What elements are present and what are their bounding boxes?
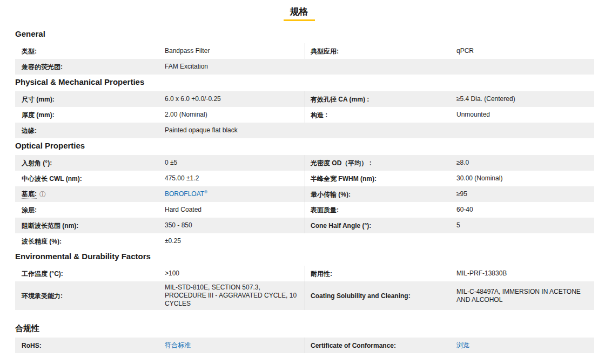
section-physical-mechanical: Physical & Mechanical Properties 尺寸 (mm)… <box>15 77 594 138</box>
spec-label: 边缘: <box>22 127 165 134</box>
section-heading: Optical Properties <box>15 141 594 150</box>
spec-value: 6.0 x 6.0 +0.0/-0.25 <box>165 95 221 103</box>
spec-table: 类型: Bandpass Filter 典型应用: qPCR 兼容的荧光团: F… <box>15 43 594 75</box>
spec-value: 60-40 <box>456 206 473 214</box>
spec-cell: 类型: Bandpass Filter <box>15 43 305 59</box>
spec-table: 尺寸 (mm): 6.0 x 6.0 +0.0/-0.25 有效孔径 CA (m… <box>15 91 594 138</box>
spec-value: ≥5.4 Dia. (Centered) <box>456 95 515 103</box>
spec-value: ≥8.0 <box>456 159 469 167</box>
spec-label: 最小传输 (%): <box>311 191 456 198</box>
registered-trademark-symbol: ® <box>204 190 207 194</box>
spec-label: 耐用性: <box>311 270 456 278</box>
spec-label: 尺寸 (mm): <box>22 96 165 103</box>
section-heading: 合规性 <box>15 323 594 333</box>
info-icon[interactable]: ⓘ <box>39 191 46 198</box>
spec-label: 有效孔径 CA (mm) : <box>311 96 456 103</box>
spec-cell: Coating Solubility and Cleaning: MIL-C-4… <box>305 281 594 310</box>
table-row: 兼容的荧光团: FAM Excitation <box>15 59 594 75</box>
spec-cell: Cone Half Angle (°): 5 <box>305 218 594 233</box>
spec-cell: 最小传输 (%): ≥95 <box>305 186 594 202</box>
spec-cell: 耐用性: MIL-PRF-13830B <box>305 266 594 281</box>
spec-cell: 边缘: Painted opaque flat black <box>15 123 594 138</box>
table-row: 类型: Bandpass Filter 典型应用: qPCR <box>15 43 594 59</box>
spec-table: 工作温度 (°C): >100 耐用性: MIL-PRF-13830B 环境承受… <box>15 266 594 310</box>
table-row: 环境承受能力: MIL-STD-810E, SECTION 507.3, PRO… <box>15 281 594 310</box>
spec-label: 光密度 OD（平均） : <box>311 159 456 167</box>
spec-value: qPCR <box>456 47 474 55</box>
spec-value: >100 <box>165 269 179 278</box>
spec-value: FAM Excitation <box>165 63 208 71</box>
title-underline-accent <box>284 19 315 21</box>
spec-value: 2.00 (Nominal) <box>165 111 207 119</box>
spec-value: 0 ±5 <box>165 159 177 167</box>
section-environmental-durability: Environmental & Durability Factors 工作温度 … <box>15 252 594 310</box>
spec-label: 环境承受能力: <box>22 292 165 300</box>
spec-label: RoHS: <box>22 342 165 349</box>
spec-cell: 工作温度 (°C): >100 <box>15 266 305 281</box>
section-heading: Environmental & Durability Factors <box>15 252 594 261</box>
borofloat-link-text: BOROFLOAT <box>165 190 204 198</box>
borofloat-link[interactable]: BOROFLOAT® <box>165 190 207 198</box>
spec-cell: Certificate of Conformance: 浏览 <box>305 338 594 353</box>
spec-label: 工作温度 (°C): <box>22 270 165 278</box>
spec-value: MIL-PRF-13830B <box>456 269 507 278</box>
spec-label-with-tooltip: 基底: ⓘ <box>22 190 165 199</box>
spec-table: 入射角 (°): 0 ±5 光密度 OD（平均） : ≥8.0 中心波长 CWL… <box>15 155 594 249</box>
spec-cell: 入射角 (°): 0 ±5 <box>15 155 305 171</box>
spec-value: ±0.25 <box>165 237 181 245</box>
spec-label: 构造 : <box>311 111 456 119</box>
table-row: 涂层: Hard Coated 表面质量: 60-40 <box>15 202 594 218</box>
table-row: 基底: ⓘ BOROFLOAT® 最小传输 (%): ≥95 <box>15 186 594 202</box>
page-title: 规格 <box>290 6 308 18</box>
spec-cell: 光密度 OD（平均） : ≥8.0 <box>305 155 594 171</box>
section-general: General 类型: Bandpass Filter 典型应用: qPCR 兼… <box>15 29 594 75</box>
table-row: 波长精度 (%): ±0.25 <box>15 233 594 249</box>
spec-cell: 涂层: Hard Coated <box>15 202 305 218</box>
spec-label: 入射角 (°): <box>22 159 165 167</box>
spec-cell: 中心波长 CWL (nm): 475.00 ±1.2 <box>15 171 305 186</box>
spec-label: 表面质量: <box>311 206 456 214</box>
spec-value: Bandpass Filter <box>165 47 210 55</box>
page-header: 规格 <box>0 0 598 21</box>
spec-cell: 环境承受能力: MIL-STD-810E, SECTION 507.3, PRO… <box>15 281 305 310</box>
spec-label: 半峰全宽 FWHM (nm): <box>311 175 456 183</box>
spec-cell: 构造 : Unmounted <box>305 107 594 123</box>
table-row: RoHS: 符合标准 Certificate of Conformance: 浏… <box>15 338 594 353</box>
spec-label: 波长精度 (%): <box>22 238 165 245</box>
spec-table: RoHS: 符合标准 Certificate of Conformance: 浏… <box>15 338 594 353</box>
spec-value: 30.00 (Nominal) <box>456 174 502 183</box>
spec-label: 兼容的荧光团: <box>22 63 165 71</box>
spec-cell: 基底: ⓘ BOROFLOAT® <box>15 186 305 202</box>
spec-cell: 有效孔径 CA (mm) : ≥5.4 Dia. (Centered) <box>305 91 594 107</box>
spec-label: 典型应用: <box>311 48 456 55</box>
spec-label: Coating Solubility and Cleaning: <box>311 292 456 300</box>
spec-cell: 表面质量: 60-40 <box>305 202 594 218</box>
spec-value: ≥95 <box>456 190 467 198</box>
spec-label: 类型: <box>22 48 165 55</box>
spec-value: Hard Coated <box>165 206 201 214</box>
table-row: 入射角 (°): 0 ±5 光密度 OD（平均） : ≥8.0 <box>15 155 594 171</box>
spec-label: Certificate of Conformance: <box>311 342 456 349</box>
spec-value: 350 - 850 <box>165 221 192 230</box>
spec-label: 厚度 (mm): <box>22 111 165 119</box>
table-row: 尺寸 (mm): 6.0 x 6.0 +0.0/-0.25 有效孔径 CA (m… <box>15 91 594 107</box>
spec-value: Unmounted <box>456 111 490 119</box>
spec-cell: 厚度 (mm): 2.00 (Nominal) <box>15 107 305 123</box>
spec-cell: 典型应用: qPCR <box>305 43 594 59</box>
table-row: 边缘: Painted opaque flat black <box>15 123 594 138</box>
section-compliance: 合规性 RoHS: 符合标准 Certificate of Conformanc… <box>15 323 594 353</box>
table-row: 中心波长 CWL (nm): 475.00 ±1.2 半峰全宽 FWHM (nm… <box>15 171 594 186</box>
spec-value: 475.00 ±1.2 <box>165 174 199 183</box>
spec-value: MIL-STD-810E, SECTION 507.3, PROCEDURE I… <box>165 284 300 308</box>
certificate-of-conformance-link[interactable]: 浏览 <box>456 341 469 349</box>
spec-label: 阻断波长范围 (nm): <box>22 222 165 230</box>
spec-cell: 波长精度 (%): ±0.25 <box>15 233 594 249</box>
spec-cell: 阻断波长范围 (nm): 350 - 850 <box>15 218 305 233</box>
specifications-content: General 类型: Bandpass Filter 典型应用: qPCR 兼… <box>0 29 598 353</box>
table-row: 厚度 (mm): 2.00 (Nominal) 构造 : Unmounted <box>15 107 594 123</box>
substrate-tooltip-label[interactable]: 基底: <box>22 190 37 199</box>
section-optical: Optical Properties 入射角 (°): 0 ±5 光密度 OD（… <box>15 141 594 249</box>
spec-value: Painted opaque flat black <box>165 126 238 134</box>
rohs-compliant-link[interactable]: 符合标准 <box>165 341 191 349</box>
table-row: 阻断波长范围 (nm): 350 - 850 Cone Half Angle (… <box>15 218 594 233</box>
